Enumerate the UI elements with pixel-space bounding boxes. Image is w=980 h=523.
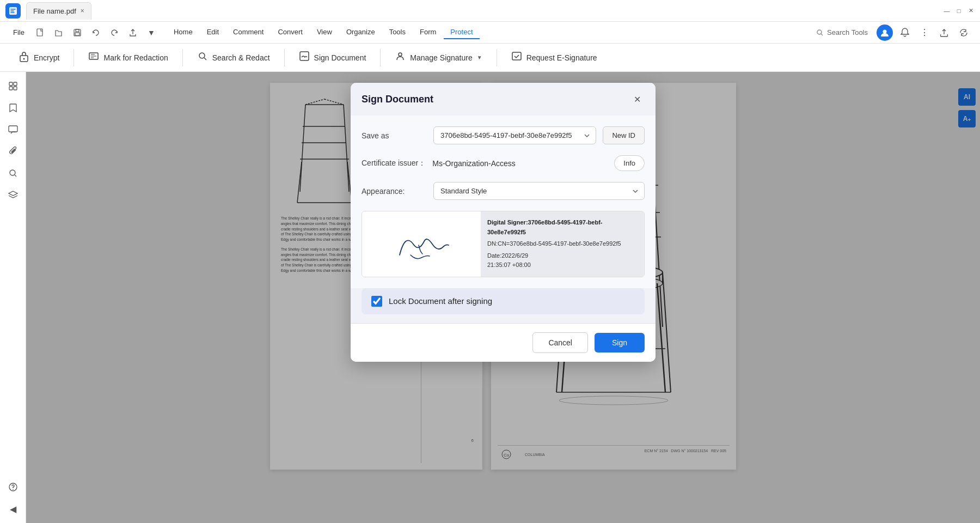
nav-comment[interactable]: Comment — [226, 26, 270, 39]
minimize-button[interactable]: — — [943, 7, 951, 15]
mark-redaction-icon — [88, 51, 99, 64]
nav-form[interactable]: Form — [413, 26, 443, 39]
lock-label: Lock Document after signing — [389, 296, 492, 306]
svg-point-19 — [10, 170, 15, 175]
mark-redaction-label: Mark for Redaction — [103, 53, 168, 62]
nav-home[interactable]: Home — [167, 26, 199, 39]
lock-checkbox[interactable] — [371, 296, 382, 307]
manage-signature-dropdown[interactable]: ▼ — [477, 54, 482, 60]
svg-point-6 — [883, 29, 887, 33]
open-icon[interactable] — [52, 26, 66, 40]
sig-digital-signer: Digital Signer:3706e8bd-5495-4197-bebf-3… — [487, 218, 638, 237]
encrypt-label: Encrypt — [34, 53, 59, 62]
topbar-right: ⋮ — [877, 25, 971, 41]
file-menu[interactable]: File — [9, 26, 29, 39]
svg-rect-18 — [9, 126, 17, 132]
search-redact-icon — [197, 51, 208, 64]
new-id-button[interactable]: New ID — [603, 126, 645, 144]
sync-icon[interactable] — [956, 25, 971, 40]
cancel-button[interactable]: Cancel — [532, 332, 588, 353]
svg-rect-14 — [9, 82, 13, 86]
cert-info-button[interactable]: Info — [614, 155, 645, 171]
cert-issuer-row: Certificate issuer： Ms-Organization-Acce… — [362, 155, 645, 171]
manage-signature-icon — [395, 51, 406, 64]
encrypt-button[interactable]: Encrypt — [11, 47, 67, 69]
tab-title: File name.pdf — [33, 7, 76, 15]
left-sidebar: ◀ — [0, 72, 26, 523]
mark-redaction-button[interactable]: Mark for Redaction — [81, 47, 175, 69]
cert-issuer-value: Ms-Organization-Access — [432, 159, 608, 168]
save-as-select[interactable]: 3706e8bd-5495-4197-bebf-30e8e7e992f5 — [433, 126, 596, 144]
request-esignature-label: Request E-Signature — [526, 53, 597, 62]
appearance-row: Appearance: Standard Style — [362, 182, 645, 200]
sidebar-layers[interactable] — [3, 185, 23, 205]
dialog-close-button[interactable]: ✕ — [629, 92, 645, 107]
svg-rect-13 — [512, 52, 521, 60]
svg-rect-3 — [76, 29, 79, 32]
sidebar-bookmarks[interactable] — [3, 98, 23, 118]
signature-preview: Digital Signer:3706e8bd-5495-4197-bebf-3… — [362, 211, 645, 277]
new-icon[interactable] — [33, 26, 47, 40]
sidebar-attachments[interactable] — [3, 142, 23, 161]
close-window-button[interactable]: ✕ — [967, 7, 975, 15]
nav-organize[interactable]: Organize — [340, 26, 382, 39]
svg-rect-17 — [14, 87, 17, 90]
sign-dialog-header: Sign Document ✕ — [351, 83, 656, 115]
share-icon[interactable] — [126, 26, 140, 40]
toolbar-sep-4 — [380, 49, 381, 66]
search-redact-button[interactable]: Search & Redact — [189, 47, 278, 69]
active-tab[interactable]: File name.pdf × — [26, 2, 91, 20]
sidebar-left-toggle[interactable]: ◀ — [3, 499, 23, 519]
save-icon[interactable] — [70, 26, 84, 40]
nav-convert[interactable]: Convert — [271, 26, 309, 39]
undo-icon[interactable] — [89, 26, 103, 40]
request-esignature-button[interactable]: Request E-Signature — [504, 47, 605, 69]
sign-document-icon — [299, 51, 310, 64]
toolbar-sep-2 — [182, 49, 183, 66]
sidebar-thumbnail[interactable] — [3, 76, 23, 96]
window-controls: — □ ✕ — [943, 7, 975, 15]
sidebar-comments[interactable] — [3, 120, 23, 139]
toolbar: Encrypt Mark for Redaction Search & Reda… — [0, 44, 980, 72]
signature-drawing — [362, 211, 481, 277]
pdf-content: The Shelley Chair really is a rsd chair.… — [26, 72, 980, 523]
nav-edit[interactable]: Edit — [200, 26, 225, 39]
more-options-icon[interactable]: ⋮ — [917, 25, 932, 40]
manage-signature-button[interactable]: Manage Signature ▼ — [387, 47, 489, 69]
notifications-icon[interactable] — [897, 25, 912, 40]
lock-icon — [19, 50, 29, 65]
sign-button[interactable]: Sign — [595, 333, 645, 352]
sign-document-button[interactable]: Sign Document — [291, 47, 374, 69]
save-as-label: Save as — [362, 131, 427, 140]
sidebar-search[interactable] — [3, 163, 23, 183]
upload-cloud-icon[interactable] — [936, 25, 952, 40]
app-icon — [5, 3, 21, 19]
request-esig-icon — [511, 51, 522, 64]
sign-dialog-title: Sign Document — [362, 94, 433, 105]
nav-tools[interactable]: Tools — [383, 26, 412, 39]
sig-dn: DN:CN=3706e8bd-5495-4197-bebf-30e8e7e992… — [487, 239, 638, 249]
nav-protect[interactable]: Protect — [444, 26, 479, 39]
search-tools-button[interactable]: Search Tools — [810, 26, 874, 39]
svg-rect-4 — [75, 33, 79, 35]
appearance-label: Appearance: — [362, 187, 427, 196]
lock-section: Lock Document after signing — [362, 288, 645, 314]
search-redact-label: Search & Redact — [212, 53, 270, 62]
sig-date: Date:2022/6/29 — [487, 251, 638, 261]
close-tab-button[interactable]: × — [81, 7, 84, 15]
sign-dialog-body: Save as 3706e8bd-5495-4197-bebf-30e8e7e9… — [351, 115, 656, 288]
svg-rect-1 — [37, 29, 42, 36]
appearance-select[interactable]: Standard Style — [433, 182, 645, 200]
redo-icon[interactable] — [107, 26, 121, 40]
svg-point-8 — [23, 58, 25, 60]
sidebar-help[interactable] — [3, 477, 23, 497]
cert-issuer-label: Certificate issuer： — [362, 159, 426, 168]
svg-point-21 — [13, 489, 14, 490]
dropdown-icon[interactable]: ▼ — [144, 26, 158, 40]
user-avatar[interactable] — [877, 25, 893, 41]
svg-point-10 — [199, 53, 205, 58]
sign-document-label: Sign Document — [314, 53, 366, 62]
nav-view[interactable]: View — [310, 26, 339, 39]
menu-icons: ▼ — [33, 26, 158, 40]
maximize-button[interactable]: □ — [955, 7, 963, 15]
